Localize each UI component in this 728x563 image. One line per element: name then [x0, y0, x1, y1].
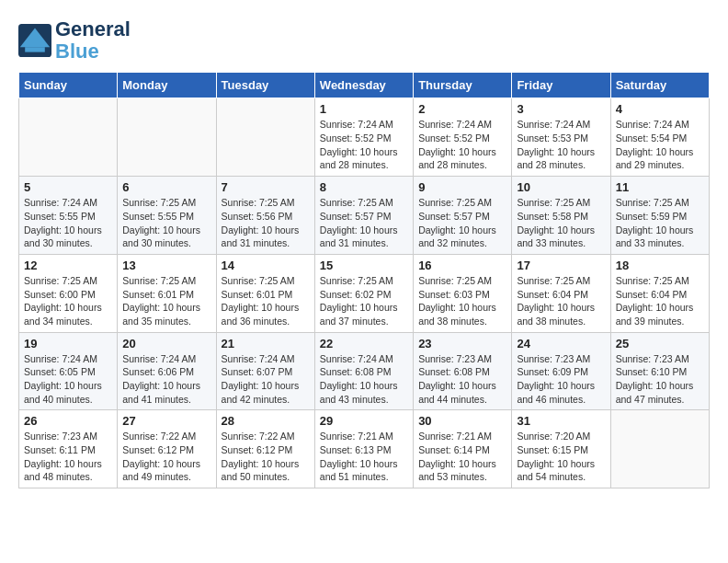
calendar-cell: 15Sunrise: 7:25 AM Sunset: 6:02 PM Dayli… [314, 254, 413, 332]
week-row-2: 12Sunrise: 7:25 AM Sunset: 6:00 PM Dayli… [19, 254, 710, 332]
calendar-cell [216, 98, 314, 177]
day-number: 21 [222, 337, 310, 350]
calendar-cell: 21Sunrise: 7:24 AM Sunset: 6:07 PM Dayli… [216, 332, 314, 410]
calendar-cell: 18Sunrise: 7:25 AM Sunset: 6:04 PM Dayli… [610, 254, 709, 332]
calendar-cell [19, 98, 118, 177]
day-info: Sunrise: 7:24 AM Sunset: 6:08 PM Dayligh… [320, 352, 408, 407]
day-number: 9 [418, 180, 506, 194]
day-info: Sunrise: 7:24 AM Sunset: 6:05 PM Dayligh… [24, 352, 112, 407]
day-number: 18 [616, 259, 704, 272]
calendar-cell: 19Sunrise: 7:24 AM Sunset: 6:05 PM Dayli… [19, 332, 118, 410]
weekday-header-tuesday: Tuesday [216, 73, 314, 98]
calendar-cell: 1Sunrise: 7:24 AM Sunset: 5:52 PM Daylig… [314, 98, 413, 177]
day-number: 24 [517, 337, 605, 350]
day-number: 15 [320, 259, 408, 272]
calendar-cell: 14Sunrise: 7:25 AM Sunset: 6:01 PM Dayli… [216, 254, 314, 332]
day-info: Sunrise: 7:25 AM Sunset: 6:01 PM Dayligh… [222, 274, 310, 328]
logo: GeneralBlue [18, 18, 131, 63]
day-info: Sunrise: 7:23 AM Sunset: 6:11 PM Dayligh… [24, 430, 112, 484]
weekday-header-wednesday: Wednesday [314, 73, 413, 98]
calendar-cell: 31Sunrise: 7:20 AM Sunset: 6:15 PM Dayli… [512, 410, 610, 488]
calendar-cell: 5Sunrise: 7:24 AM Sunset: 5:55 PM Daylig… [19, 177, 118, 255]
calendar-table: SundayMondayTuesdayWednesdayThursdayFrid… [18, 72, 710, 488]
day-info: Sunrise: 7:25 AM Sunset: 6:03 PM Dayligh… [418, 274, 506, 328]
calendar-cell: 11Sunrise: 7:25 AM Sunset: 5:59 PM Dayli… [610, 177, 709, 255]
calendar-cell: 6Sunrise: 7:25 AM Sunset: 5:55 PM Daylig… [118, 177, 216, 255]
calendar-cell: 26Sunrise: 7:23 AM Sunset: 6:11 PM Dayli… [19, 410, 118, 488]
day-number: 16 [418, 259, 506, 272]
day-info: Sunrise: 7:24 AM Sunset: 6:06 PM Dayligh… [122, 352, 210, 407]
day-info: Sunrise: 7:20 AM Sunset: 6:15 PM Dayligh… [517, 430, 605, 484]
calendar-cell [118, 98, 216, 177]
day-number: 2 [418, 102, 506, 116]
calendar-cell: 23Sunrise: 7:23 AM Sunset: 6:08 PM Dayli… [414, 332, 512, 410]
day-info: Sunrise: 7:24 AM Sunset: 6:07 PM Dayligh… [222, 352, 310, 407]
calendar-cell: 24Sunrise: 7:23 AM Sunset: 6:09 PM Dayli… [512, 332, 610, 410]
week-row-3: 19Sunrise: 7:24 AM Sunset: 6:05 PM Dayli… [19, 332, 710, 410]
weekday-header-saturday: Saturday [610, 73, 709, 98]
day-info: Sunrise: 7:25 AM Sunset: 6:01 PM Dayligh… [122, 274, 210, 328]
calendar-cell: 7Sunrise: 7:25 AM Sunset: 5:56 PM Daylig… [216, 177, 314, 255]
calendar-cell: 10Sunrise: 7:25 AM Sunset: 5:58 PM Dayli… [512, 177, 610, 255]
day-info: Sunrise: 7:25 AM Sunset: 6:02 PM Dayligh… [320, 274, 408, 328]
day-number: 1 [320, 102, 408, 116]
day-info: Sunrise: 7:22 AM Sunset: 6:12 PM Dayligh… [222, 430, 310, 484]
weekday-header-friday: Friday [512, 73, 610, 98]
day-info: Sunrise: 7:24 AM Sunset: 5:54 PM Dayligh… [616, 118, 704, 172]
day-info: Sunrise: 7:24 AM Sunset: 5:52 PM Dayligh… [418, 118, 506, 172]
calendar-cell: 25Sunrise: 7:23 AM Sunset: 6:10 PM Dayli… [610, 332, 709, 410]
calendar-cell: 13Sunrise: 7:25 AM Sunset: 6:01 PM Dayli… [118, 254, 216, 332]
page-header: GeneralBlue [18, 18, 710, 63]
day-info: Sunrise: 7:25 AM Sunset: 5:57 PM Dayligh… [418, 196, 506, 250]
day-number: 29 [320, 414, 408, 428]
day-info: Sunrise: 7:24 AM Sunset: 5:55 PM Dayligh… [24, 196, 112, 250]
day-info: Sunrise: 7:22 AM Sunset: 6:12 PM Dayligh… [122, 430, 210, 484]
calendar-cell: 9Sunrise: 7:25 AM Sunset: 5:57 PM Daylig… [414, 177, 512, 255]
day-number: 22 [320, 337, 408, 350]
day-number: 14 [222, 259, 310, 272]
day-number: 5 [24, 180, 112, 194]
day-info: Sunrise: 7:25 AM Sunset: 6:04 PM Dayligh… [616, 274, 704, 328]
calendar-cell: 16Sunrise: 7:25 AM Sunset: 6:03 PM Dayli… [414, 254, 512, 332]
day-info: Sunrise: 7:25 AM Sunset: 5:59 PM Dayligh… [616, 196, 704, 250]
calendar-cell: 3Sunrise: 7:24 AM Sunset: 5:53 PM Daylig… [512, 98, 610, 177]
week-row-4: 26Sunrise: 7:23 AM Sunset: 6:11 PM Dayli… [19, 410, 710, 488]
day-number: 17 [517, 259, 605, 272]
svg-rect-2 [25, 47, 45, 52]
day-number: 13 [122, 259, 210, 272]
day-number: 19 [24, 337, 112, 350]
day-info: Sunrise: 7:21 AM Sunset: 6:14 PM Dayligh… [418, 430, 506, 484]
calendar-body: 1Sunrise: 7:24 AM Sunset: 5:52 PM Daylig… [19, 98, 710, 488]
day-info: Sunrise: 7:24 AM Sunset: 5:52 PM Dayligh… [320, 118, 408, 172]
calendar-cell: 30Sunrise: 7:21 AM Sunset: 6:14 PM Dayli… [414, 410, 512, 488]
day-info: Sunrise: 7:25 AM Sunset: 5:55 PM Dayligh… [122, 196, 210, 250]
calendar-header: SundayMondayTuesdayWednesdayThursdayFrid… [19, 73, 710, 98]
calendar-cell: 29Sunrise: 7:21 AM Sunset: 6:13 PM Dayli… [314, 410, 413, 488]
day-number: 28 [222, 414, 310, 428]
calendar-cell: 28Sunrise: 7:22 AM Sunset: 6:12 PM Dayli… [216, 410, 314, 488]
calendar-cell: 8Sunrise: 7:25 AM Sunset: 5:57 PM Daylig… [314, 177, 413, 255]
day-info: Sunrise: 7:25 AM Sunset: 5:58 PM Dayligh… [517, 196, 605, 250]
day-number: 31 [517, 414, 605, 428]
calendar-cell: 17Sunrise: 7:25 AM Sunset: 6:04 PM Dayli… [512, 254, 610, 332]
day-number: 10 [517, 180, 605, 194]
logo-text: GeneralBlue [55, 18, 131, 63]
day-number: 30 [418, 414, 506, 428]
calendar-cell: 27Sunrise: 7:22 AM Sunset: 6:12 PM Dayli… [118, 410, 216, 488]
day-number: 26 [24, 414, 112, 428]
day-info: Sunrise: 7:25 AM Sunset: 5:56 PM Dayligh… [222, 196, 310, 250]
day-number: 8 [320, 180, 408, 194]
week-row-0: 1Sunrise: 7:24 AM Sunset: 5:52 PM Daylig… [19, 98, 710, 177]
day-number: 3 [517, 102, 605, 116]
day-number: 11 [616, 180, 704, 194]
calendar-cell: 12Sunrise: 7:25 AM Sunset: 6:00 PM Dayli… [19, 254, 118, 332]
day-number: 27 [122, 414, 210, 428]
day-info: Sunrise: 7:21 AM Sunset: 6:13 PM Dayligh… [320, 430, 408, 484]
calendar-cell: 4Sunrise: 7:24 AM Sunset: 5:54 PM Daylig… [610, 98, 709, 177]
calendar-cell [610, 410, 709, 488]
day-number: 12 [24, 259, 112, 272]
day-info: Sunrise: 7:25 AM Sunset: 5:57 PM Dayligh… [320, 196, 408, 250]
day-info: Sunrise: 7:25 AM Sunset: 6:04 PM Dayligh… [517, 274, 605, 328]
day-number: 4 [616, 102, 704, 116]
day-info: Sunrise: 7:23 AM Sunset: 6:08 PM Dayligh… [418, 352, 506, 407]
